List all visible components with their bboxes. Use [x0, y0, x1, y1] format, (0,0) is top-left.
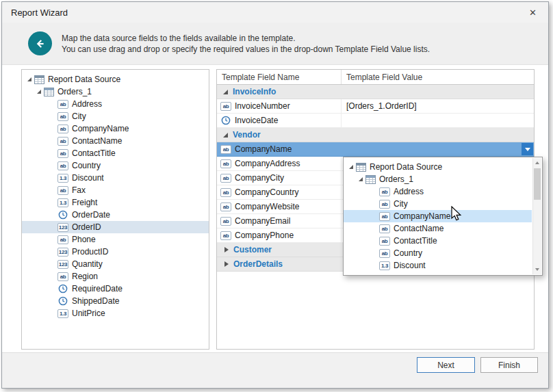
- tree-field-label: ShippedDate: [72, 296, 119, 306]
- group-row-vendor[interactable]: Vendor: [217, 128, 534, 142]
- field-value: [Orders_1.OrderID]: [346, 101, 417, 111]
- text-field-icon: ab: [379, 200, 390, 209]
- text-field-icon: ab: [220, 217, 231, 226]
- text-field-icon: ab: [57, 161, 68, 170]
- tree-field-label: City: [72, 112, 86, 121]
- field-name-cell: abCompanyCity: [217, 171, 342, 185]
- tree-expanded-icon[interactable]: [359, 177, 363, 181]
- group-label: InvoiceInfo: [233, 87, 276, 96]
- popup-field-contactname[interactable]: abContactName: [344, 222, 532, 235]
- tree-field-region[interactable]: abRegion: [22, 270, 209, 283]
- column-header-template-field-value[interactable]: Template Field Value: [342, 70, 534, 84]
- tree-field-companyname[interactable]: abCompanyName: [22, 122, 209, 135]
- tree-field-country[interactable]: abCountry: [22, 159, 209, 172]
- text-field-icon: ab: [379, 212, 390, 221]
- field-name-cell: abCompanyEmail: [217, 214, 342, 228]
- text-field-icon: ab: [379, 237, 390, 246]
- tree-field-label: ProductID: [72, 247, 108, 257]
- tree-field-requireddate[interactable]: RequiredDate: [22, 283, 209, 295]
- tree-field-label: Fax: [72, 185, 86, 195]
- tree-field-label: Region: [72, 272, 98, 281]
- tree-field-contactname[interactable]: abContactName: [22, 135, 209, 147]
- popup-field-contacttitle[interactable]: abContactTitle: [344, 235, 532, 247]
- field-name: CompanyPhone: [235, 231, 294, 240]
- field-name-cell: InvoiceDate: [217, 114, 342, 127]
- tree-field-fax[interactable]: abFax: [22, 184, 209, 196]
- tree-field-address[interactable]: abAddress: [22, 98, 209, 110]
- field-value-cell[interactable]: [Orders_1.OrderID]: [342, 99, 534, 113]
- scroll-up-icon[interactable]: [535, 161, 539, 164]
- text-field-icon: ab: [57, 137, 68, 146]
- popup-field-city[interactable]: abCity: [344, 198, 532, 210]
- back-button[interactable]: [28, 31, 52, 55]
- tree-field-unitprice[interactable]: 1.3UnitPrice: [22, 307, 209, 319]
- wizard-description-band: Map the data source fields to the fields…: [2, 23, 548, 65]
- group-label: Customer: [233, 245, 272, 254]
- next-button[interactable]: Next: [417, 357, 475, 373]
- group-expanded-icon[interactable]: [223, 133, 228, 138]
- field-name-cell: abCompanyAddress: [217, 157, 342, 170]
- popup-field-companyname[interactable]: abCompanyName: [344, 210, 532, 222]
- scrollbar-thumb[interactable]: [534, 168, 541, 200]
- tree-field-discount[interactable]: 1.3Discount: [22, 172, 209, 184]
- tree-field-city[interactable]: abCity: [22, 110, 209, 122]
- group-expanded-icon[interactable]: [223, 90, 228, 94]
- popup-field-address[interactable]: abAddress: [344, 185, 532, 198]
- tree-field-label: CompanyName: [394, 211, 450, 221]
- integer-field-icon: 123: [57, 260, 68, 269]
- tree-field-label: ContactTitle: [394, 236, 437, 246]
- tree-expanded-icon[interactable]: [27, 77, 31, 81]
- group-row-invoiceinfo[interactable]: InvoiceInfo: [217, 85, 534, 99]
- tree-field-phone[interactable]: abPhone: [22, 233, 209, 246]
- group-collapsed-icon[interactable]: [224, 247, 229, 252]
- text-field-icon: ab: [57, 125, 68, 133]
- finish-button[interactable]: Finish: [480, 357, 538, 373]
- tree-expanded-icon[interactable]: [349, 165, 353, 169]
- popup-node-report-data-source[interactable]: Report Data Source: [344, 161, 532, 173]
- integer-field-icon: 123: [57, 223, 68, 232]
- group-label: Vendor: [233, 130, 261, 140]
- field-name: CompanyCity: [235, 173, 284, 183]
- field-value-cell[interactable]: [342, 142, 534, 156]
- field-name: InvoiceDate: [235, 116, 278, 125]
- text-field-icon: ab: [57, 235, 68, 244]
- tree-field-productid[interactable]: 123ProductID: [22, 246, 209, 258]
- tree-field-shippeddate[interactable]: ShippedDate: [22, 295, 209, 307]
- group-collapsed-icon[interactable]: [224, 261, 229, 267]
- field-row-companyname[interactable]: abCompanyName: [217, 142, 534, 157]
- tree-field-list: abAddressabCityabCompanyNameabContactNam…: [22, 98, 209, 319]
- tree-field-quantity[interactable]: 123Quantity: [22, 258, 209, 270]
- dropdown-button[interactable]: [522, 143, 533, 155]
- field-name-cell: abCompanyCountry: [217, 185, 342, 199]
- scroll-down-icon[interactable]: [535, 268, 539, 271]
- field-row-invoicedate[interactable]: InvoiceDate: [217, 114, 534, 128]
- tree-field-label: CompanyName: [72, 124, 129, 133]
- popup-field-discount[interactable]: 1.3Discount: [344, 259, 532, 272]
- text-field-icon: ab: [220, 188, 231, 197]
- table-icon: [44, 88, 54, 96]
- tree-node-report-data-source[interactable]: Report Data Source: [22, 73, 209, 86]
- tree-field-orderid[interactable]: 123OrderID: [22, 221, 209, 233]
- field-value-cell[interactable]: [342, 114, 534, 127]
- integer-field-icon: 123: [57, 248, 68, 257]
- tree-node-orders-1[interactable]: Orders_1: [22, 86, 209, 98]
- field-name: CompanyCountry: [235, 187, 298, 197]
- tree-field-orderdate[interactable]: OrderDate: [22, 209, 209, 221]
- popup-node-orders-1[interactable]: Orders_1: [344, 173, 532, 185]
- tree-node-label: Report Data Source: [370, 162, 442, 172]
- tree-field-contacttitle[interactable]: abContactTitle: [22, 147, 209, 159]
- popup-field-country[interactable]: abCountry: [344, 247, 532, 259]
- field-row-invoicenumber[interactable]: abInvoiceNumber[Orders_1.OrderID]: [217, 99, 534, 114]
- close-icon[interactable]: ✕: [526, 6, 539, 19]
- text-field-icon: ab: [379, 187, 390, 196]
- column-header-template-field-name[interactable]: Template Field Name: [217, 70, 342, 84]
- popup-scrollbar[interactable]: [532, 158, 541, 274]
- tree-field-label: Freight: [72, 198, 97, 207]
- tree-field-label: ContactTitle: [72, 148, 116, 158]
- wizard-description: Map the data source fields to the fields…: [62, 33, 430, 55]
- date-field-icon: [57, 211, 68, 220]
- data-source-icon: [34, 75, 44, 84]
- tree-field-freight[interactable]: 1.3Freight: [22, 196, 209, 209]
- tree-field-label: Discount: [394, 261, 426, 270]
- tree-expanded-icon[interactable]: [37, 90, 41, 94]
